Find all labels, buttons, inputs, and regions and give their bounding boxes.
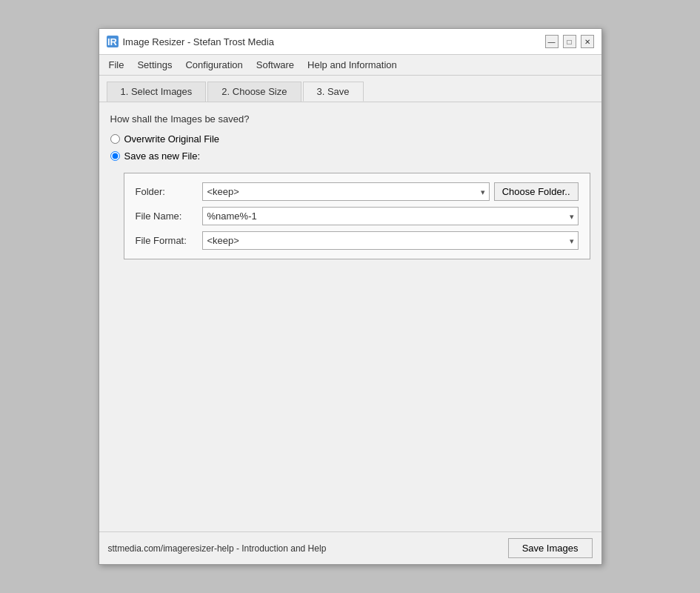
filename-dropdown-wrapper: %name%-1 %name% custom	[202, 207, 579, 225]
app-icon: IR	[107, 36, 119, 47]
minimize-button[interactable]: —	[545, 35, 559, 48]
folder-dropdown-wrapper: <keep> Custom folder...	[202, 182, 490, 201]
folder-dropdown[interactable]: <keep> Custom folder...	[202, 182, 490, 201]
main-window: IR Image Resizer - Stefan Trost Media — …	[99, 28, 602, 565]
radio-group: Overwrite Original File Save as new File…	[110, 133, 590, 162]
fileformat-label: File Format:	[136, 235, 202, 246]
status-bar: sttmedia.com/imageresizer-help - Introdu…	[99, 531, 601, 564]
fileformat-dropdown-wrapper: <keep> JPG PNG BMP GIF TIFF	[202, 231, 579, 250]
menu-software[interactable]: Software	[250, 57, 300, 73]
filename-controls: %name%-1 %name% custom	[202, 207, 579, 225]
close-button[interactable]: ✕	[581, 35, 594, 48]
window-controls: — □ ✕	[545, 35, 594, 48]
radio-overwrite-label: Overwrite Original File	[124, 133, 220, 145]
window-title: Image Resizer - Stefan Trost Media	[123, 36, 274, 47]
radio-overwrite[interactable]	[110, 134, 120, 144]
content-area: How shall the Images be saved? Overwrite…	[99, 102, 601, 531]
filename-dropdown[interactable]: %name%-1 %name% custom	[202, 207, 579, 225]
title-bar-left: IR Image Resizer - Stefan Trost Media	[107, 36, 274, 47]
tab-choose-size[interactable]: 2. Choose Size	[207, 82, 301, 102]
menu-file[interactable]: File	[103, 57, 130, 73]
tab-select-images[interactable]: 1. Select Images	[107, 82, 207, 102]
tabs-bar: 1. Select Images 2. Choose Size 3. Save	[99, 76, 601, 102]
fileformat-dropdown[interactable]: <keep> JPG PNG BMP GIF TIFF	[202, 231, 579, 250]
status-text: sttmedia.com/imageresizer-help - Introdu…	[108, 543, 327, 554]
radio-save-new-label: Save as new File:	[124, 150, 201, 162]
save-images-button[interactable]: Save Images	[508, 538, 593, 558]
radio-overwrite-option[interactable]: Overwrite Original File	[110, 133, 590, 145]
filename-row: File Name: %name%-1 %name% custom	[136, 207, 579, 225]
fileformat-row: File Format: <keep> JPG PNG BMP GIF TIFF	[136, 231, 579, 250]
menu-configuration[interactable]: Configuration	[179, 57, 248, 73]
folder-label: Folder:	[136, 186, 202, 197]
menu-bar: File Settings Configuration Software Hel…	[99, 55, 601, 76]
menu-help[interactable]: Help and Information	[301, 57, 403, 73]
filename-label: File Name:	[136, 211, 202, 222]
save-question: How shall the Images be saved?	[110, 113, 590, 125]
menu-settings[interactable]: Settings	[131, 57, 178, 73]
save-options-panel: Folder: <keep> Custom folder... Choose F…	[124, 173, 590, 259]
fileformat-controls: <keep> JPG PNG BMP GIF TIFF	[202, 231, 579, 250]
folder-row: Folder: <keep> Custom folder... Choose F…	[136, 182, 579, 201]
tab-save[interactable]: 3. Save	[303, 82, 364, 102]
radio-save-new[interactable]	[110, 151, 120, 161]
choose-folder-button[interactable]: Choose Folder..	[494, 182, 579, 201]
maximize-button[interactable]: □	[563, 35, 576, 48]
title-bar: IR Image Resizer - Stefan Trost Media — …	[99, 29, 601, 55]
radio-save-new-option[interactable]: Save as new File:	[110, 150, 590, 162]
folder-controls: <keep> Custom folder... Choose Folder..	[202, 182, 579, 201]
